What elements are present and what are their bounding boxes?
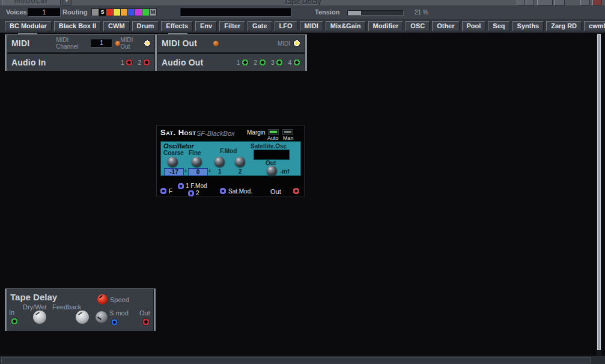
coarse-knob[interactable] [168,157,178,167]
horizontal-scrollbar-thumb[interactable] [1,357,591,363]
toolbar-btn-lfo[interactable]: LFO [275,21,297,31]
vertical-scrollbar-thumb[interactable] [597,34,601,350]
toolbar-btn-other[interactable]: Other [432,21,459,31]
oscillator-section: Oscillator Coarse Fine -17 + 0 + F.Mod 1… [160,141,301,176]
fmod1-num: 1 [218,168,222,175]
list-icon[interactable] [554,0,565,5]
toolbar-btn-mix-gain[interactable]: Mix&Gain [326,21,366,31]
tension-slider-fill [348,11,361,15]
toolbar-btn-filter[interactable]: Filter [219,21,245,31]
window-icon[interactable] [517,0,525,5]
toolbar-btn-gate[interactable]: Gate [248,21,272,31]
vertical-scrollbar[interactable] [597,33,601,356]
horizontal-scrollbar[interactable] [0,356,605,364]
midi-out-port-label: MIDI Out [120,37,141,50]
drywet-knob[interactable] [33,311,46,324]
margin-man-button[interactable] [282,129,293,135]
satellite-osc-display[interactable] [254,150,290,160]
midi-out-panel[interactable]: MIDI Out MIDI Audio Out 1 2 3 4 [155,35,307,71]
midi-port-label: MIDI [278,40,290,47]
tape-delay-panel[interactable]: Tape Delay Speed Dry/Wet Feedback In S m… [5,289,156,331]
toolbar-btn-synths[interactable]: Synths [512,21,544,31]
toolbar-btn-modifier[interactable]: Modifier [368,21,404,31]
toolbar-btn-effects[interactable]: Effects [161,21,193,31]
tension-value: 21 % [415,9,428,16]
toolbar-btn-black-box-ii[interactable]: Black Box II [54,21,101,31]
toolbar-btn-midi[interactable]: MIDI [300,21,323,31]
toolbar-btn-zarg-rd[interactable]: Zarg RD [546,21,582,31]
fmod2-input-port[interactable] [187,190,195,197]
oscillator-title: Oscillator [163,142,194,150]
audio-out-3-port[interactable] [276,59,283,66]
satmod-input-port[interactable] [219,187,226,195]
routing-swatch-mute[interactable]: M [149,8,157,16]
audio-out-2-port[interactable] [259,59,266,66]
tension-slider[interactable] [347,10,404,16]
module-library-toolbar: BC Modular Black Box II CWM Drum Effects… [0,19,605,33]
toolbar-btn-bc-modular[interactable]: BC Modular [5,21,52,31]
coarse-increment[interactable]: + [184,168,187,174]
man-label: Man [283,135,294,141]
midi-out-port[interactable] [144,40,150,47]
fmod2-knob[interactable] [235,157,245,167]
speed-label: Speed [110,296,129,303]
f-input-port[interactable] [160,187,167,195]
f-port-label: F [169,188,172,195]
toolbar-btn-osc[interactable]: OSC [406,21,430,31]
audio-out-1-port[interactable] [242,59,249,66]
speed-knob[interactable] [97,294,108,305]
out-port[interactable] [142,318,150,326]
toolbar-btn-pool[interactable]: Pool [462,21,486,31]
midi-out-row: MIDI Out MIDI [157,35,305,52]
fmod2-num: 2 [239,168,242,175]
audio-in-row: Audio In 1 2 [7,54,155,71]
smod-knob[interactable] [96,311,108,323]
coarse-value-field[interactable]: -17 [164,168,184,176]
in-port[interactable] [11,318,18,325]
window-icon[interactable] [580,0,590,5]
audio-out-2-label: 2 [254,59,257,66]
out-level-knob[interactable] [267,166,277,176]
midi-in-panel[interactable]: MIDI MIDI Channel 1 MIDI Out Audio In 1 … [5,35,157,71]
fmod-label: F.Mod [220,148,237,154]
fine-increment[interactable]: + [208,168,211,174]
fmod1-input-port[interactable] [177,183,184,190]
toolbar-btn-env[interactable]: Env [195,21,217,31]
out-value: -inf [280,168,290,175]
voices-value-field[interactable]: 1 [28,8,61,17]
fine-knob[interactable] [192,157,202,167]
toolbar-btn-cwmmodules[interactable]: cwmModules [584,21,605,31]
audio-out-4-label: 4 [288,59,291,66]
voices-label: Voices [6,8,27,16]
audio-in-1-port[interactable] [126,59,133,66]
name-field[interactable] [180,8,291,17]
midi-channel-value-field[interactable]: 1 [91,39,113,47]
midi-port[interactable] [293,40,300,47]
midi-out-led[interactable] [213,41,219,46]
sat-host-module[interactable]: Sat. Host SF-BlackBox Margin Auto Man Os… [156,125,305,196]
tension-label: Tension [315,8,339,16]
fmod1-knob[interactable] [214,157,225,167]
toolbar-btn-seq[interactable]: Seq [488,21,509,31]
audio-in-2-port[interactable] [143,59,150,66]
midi-in-title: MIDI [11,38,56,48]
smod-port[interactable] [111,319,118,326]
margin-auto-button[interactable] [268,129,279,135]
sat-out-label: Out [270,188,281,195]
close-icon[interactable] [592,0,602,5]
sat-out-port[interactable] [293,187,300,195]
sat-host-title: Sat. Host [160,128,196,137]
fine-value-field[interactable]: 0 [188,168,208,176]
audio-out-1-label: 1 [237,59,240,66]
audio-out-4-port[interactable] [293,59,300,66]
toolbar-btn-cwm[interactable]: CWM [103,21,130,31]
fmod1-port-label: 1 F.Mod [186,183,207,189]
window-icon[interactable] [526,0,534,5]
auto-label: Auto [267,135,279,141]
toolbar-btn-drum[interactable]: Drum [132,21,159,31]
keyboard-icon[interactable] [537,0,553,5]
midi-channel-knob[interactable] [115,41,120,46]
man-led [284,131,291,133]
feedback-knob[interactable] [76,311,89,324]
audio-out-3-label: 3 [271,59,275,66]
